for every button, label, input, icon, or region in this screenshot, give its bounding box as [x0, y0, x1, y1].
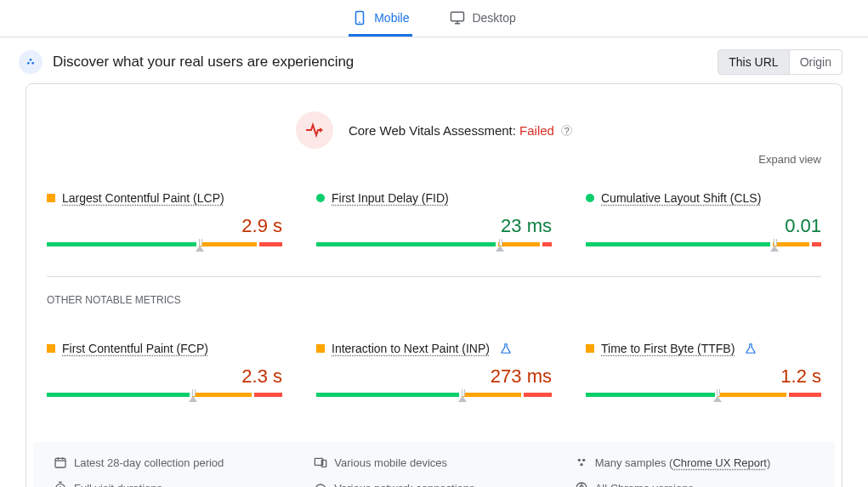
- footer-devices: Various mobile devices: [314, 456, 553, 469]
- svg-point-7: [31, 62, 34, 65]
- metric: Cumulative Layout Shift (CLS) 0.01: [586, 191, 821, 256]
- tab-desktop[interactable]: Desktop: [446, 0, 519, 37]
- svg-rect-2: [451, 12, 464, 21]
- metric-value: 2.3 s: [47, 365, 282, 388]
- segment-this-url[interactable]: This URL: [718, 49, 789, 75]
- metric-name[interactable]: Largest Contentful Paint (LCP): [62, 191, 224, 205]
- metric-name[interactable]: Interaction to Next Paint (INP): [332, 342, 490, 355]
- metric-name[interactable]: First Input Delay (FID): [332, 191, 449, 205]
- scope-segment: This URL Origin: [718, 49, 842, 75]
- metric: Largest Contentful Paint (LCP) 2.9 s: [47, 191, 282, 256]
- svg-point-6: [30, 59, 32, 61]
- metric-name[interactable]: Time to First Byte (TTFB): [601, 342, 735, 355]
- metric-value: 1.2 s: [586, 365, 821, 388]
- metric: Time to First Byte (TTFB) 1.2 s: [586, 342, 821, 406]
- svg-point-15: [577, 459, 580, 462]
- svg-rect-9: [55, 458, 65, 467]
- percentile-arrow-icon: [196, 246, 204, 252]
- metric: First Input Delay (FID) 23 ms: [316, 191, 552, 256]
- svg-marker-8: [320, 127, 323, 133]
- mobile-icon: [352, 10, 367, 25]
- footer-chrome-versions: All Chrome versions: [575, 481, 814, 487]
- percentile-arrow-icon: [189, 396, 197, 402]
- metric-value: 0.01: [586, 215, 821, 237]
- status-swatch: [316, 344, 325, 353]
- cwv-assessment: Core Web Vitals Assessment: Failed ?: [349, 123, 572, 138]
- svg-point-17: [580, 463, 582, 466]
- metric-name[interactable]: Cumulative Layout Shift (CLS): [601, 191, 761, 205]
- status-swatch: [586, 194, 594, 202]
- percentile-arrow-icon: [458, 396, 467, 402]
- metric-value: 23 ms: [316, 215, 552, 237]
- page-title: Discover what your real users are experi…: [53, 54, 354, 71]
- users-info-icon: [19, 50, 43, 74]
- flask-icon: [745, 343, 757, 354]
- other-metrics-row: First Contentful Paint (FCP) 2.3 s Inter…: [26, 306, 842, 427]
- footer-samples: Many samples (Chrome UX Report): [575, 456, 814, 469]
- status-swatch: [47, 194, 55, 202]
- other-metrics-label: OTHER NOTABLE METRICS: [26, 277, 842, 306]
- help-icon[interactable]: ?: [561, 125, 572, 136]
- status-swatch: [586, 344, 594, 353]
- expand-view-link[interactable]: Expand view: [758, 153, 821, 166]
- desktop-icon: [450, 10, 465, 25]
- metric-value: 273 ms: [316, 365, 552, 388]
- metric-value: 2.9 s: [47, 215, 282, 237]
- vitals-fail-icon: [296, 111, 333, 149]
- percentile-arrow-icon: [713, 396, 722, 402]
- core-metrics-row: Largest Contentful Paint (LCP) 2.9 s Fir…: [26, 156, 842, 276]
- segment-origin[interactable]: Origin: [789, 49, 842, 75]
- status-swatch: [316, 194, 325, 202]
- svg-point-5: [27, 62, 30, 65]
- percentile-arrow-icon: [496, 246, 504, 252]
- tab-mobile[interactable]: Mobile: [349, 0, 412, 37]
- metric: Interaction to Next Paint (INP) 273 ms: [316, 342, 552, 406]
- footer-network: Various network connections: [314, 481, 553, 487]
- svg-point-16: [582, 459, 585, 462]
- cwv-card: Core Web Vitals Assessment: Failed ? Exp…: [26, 83, 842, 487]
- flask-icon: [500, 343, 512, 354]
- footer-collection-period: Latest 28-day collection period: [54, 456, 293, 469]
- crux-report-link[interactable]: Chrome UX Report: [672, 456, 767, 469]
- metric-name[interactable]: First Contentful Paint (FCP): [62, 342, 208, 355]
- status-swatch: [47, 344, 55, 353]
- metric: First Contentful Paint (FCP) 2.3 s: [47, 342, 282, 406]
- percentile-arrow-icon: [770, 246, 779, 252]
- data-footer: Latest 28-day collection period Various …: [33, 442, 835, 487]
- device-tabs: Mobile Desktop: [0, 0, 868, 37]
- footer-visit-durations: Full visit durations: [54, 481, 293, 487]
